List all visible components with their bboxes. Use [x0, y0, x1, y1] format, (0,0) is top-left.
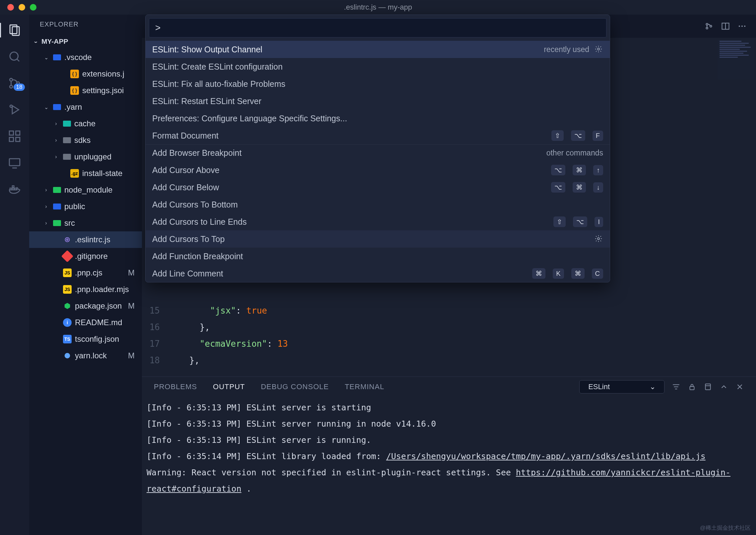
- tree-item-cache[interactable]: ›cache: [29, 115, 142, 132]
- file-icon: JS: [63, 285, 72, 294]
- window-title: .eslintrc.js — my-app: [0, 3, 756, 12]
- svg-rect-28: [690, 386, 694, 390]
- tab-debug-console[interactable]: DEBUG CONSOLE: [261, 383, 329, 391]
- watermark: @稀土掘金技术社区: [700, 524, 751, 532]
- source-control-icon[interactable]: 18: [8, 76, 22, 90]
- file-icon: [53, 54, 61, 60]
- gear-icon: [63, 235, 72, 244]
- tree-item-yarn.lock[interactable]: yarn.lockM: [29, 347, 142, 364]
- svg-point-3: [10, 78, 12, 81]
- gear-icon[interactable]: [595, 45, 603, 54]
- minimap[interactable]: [718, 40, 754, 80]
- tree-item-tsconfig.json[interactable]: TStsconfig.json: [29, 331, 142, 347]
- svg-rect-15: [12, 186, 14, 188]
- tree-item-README.md[interactable]: iREADME.md: [29, 314, 142, 331]
- command-item[interactable]: Add Cursors To Top: [146, 230, 610, 248]
- output-channel-select[interactable]: ESLint ⌄: [579, 380, 664, 393]
- svg-rect-7: [9, 131, 13, 135]
- command-item[interactable]: ESLint: Restart ESLint Server: [146, 92, 610, 110]
- tree-item-.pnp.loader.mjs[interactable]: JS.pnp.loader.mjs: [29, 281, 142, 298]
- svg-point-26: [598, 48, 599, 50]
- tree-item-label: .pnp.loader.mjs: [75, 285, 129, 294]
- clear-icon[interactable]: [704, 383, 712, 391]
- command-item[interactable]: Add Cursors to Line Ends⇧⌥I: [146, 213, 610, 230]
- command-item[interactable]: Preferences: Configure Language Specific…: [146, 110, 610, 127]
- tree-item-node_module[interactable]: ›node_module: [29, 182, 142, 198]
- tab-problems[interactable]: PROBLEMS: [154, 383, 197, 391]
- tree-item-.yarn[interactable]: ⌄.yarn: [29, 99, 142, 115]
- tree-item-label: sdks: [74, 136, 91, 145]
- command-palette-input[interactable]: >: [149, 18, 606, 37]
- tree-item-src[interactable]: ›src: [29, 215, 142, 231]
- command-meta: recently used: [544, 45, 589, 54]
- extensions-icon[interactable]: [8, 129, 22, 143]
- command-label: Add Cursors To Top: [152, 234, 225, 244]
- command-item[interactable]: ESLint: Show Output Channelrecently used: [146, 41, 610, 58]
- tree-item-.gitignore[interactable]: .gitignore: [29, 248, 142, 265]
- command-item[interactable]: Add Cursor Above⌥⌘↑: [146, 161, 610, 179]
- svg-point-17: [67, 239, 68, 241]
- chevron-down-icon: ⌄: [33, 39, 38, 44]
- command-item[interactable]: ESLint: Fix all auto-fixable Problems: [146, 75, 610, 92]
- tree-item-extensions.j[interactable]: { }extensions.j: [29, 66, 142, 82]
- keyboard-shortcut: ⌘: [532, 268, 545, 279]
- command-item[interactable]: Add Cursor Below⌥⌘↓: [146, 179, 610, 196]
- command-item[interactable]: Format Document⇧⌥F: [146, 127, 610, 144]
- file-tree: ⌄.vscode{ }extensions.j{ }settings.jsoi⌄…: [29, 49, 142, 535]
- line-number: 18: [142, 352, 160, 369]
- svg-rect-11: [9, 159, 20, 166]
- chevron-down-icon: ⌄: [650, 383, 656, 391]
- node-icon: [63, 302, 72, 310]
- tree-item-label: settings.jsoi: [82, 86, 124, 95]
- file-icon: [53, 187, 61, 193]
- output-line: [Info - 6:35:13 PM] ESLint server runnin…: [147, 416, 751, 432]
- command-item[interactable]: Add Cursors To Bottom: [146, 196, 610, 213]
- code-line[interactable]: },: [168, 352, 756, 369]
- tree-item-.vscode[interactable]: ⌄.vscode: [29, 49, 142, 66]
- tree-item-install-state[interactable]: .gzinstall-state: [29, 165, 142, 182]
- run-debug-icon[interactable]: [8, 103, 22, 117]
- code-line[interactable]: "jsx": true: [168, 302, 756, 319]
- tab-terminal[interactable]: TERMINAL: [345, 383, 384, 391]
- tree-item-.eslintrc.js[interactable]: .eslintrc.js: [29, 231, 142, 248]
- tab-output[interactable]: OUTPUT: [213, 383, 245, 391]
- file-icon: JS: [63, 268, 72, 277]
- editor-area: > ESLint: Show Output Channelrecently us…: [142, 15, 756, 535]
- command-item[interactable]: Add Browser Breakpointother commands: [146, 144, 610, 161]
- svg-rect-8: [9, 138, 13, 142]
- tree-item-settings.jsoi[interactable]: { }settings.jsoi: [29, 82, 142, 99]
- filter-icon[interactable]: [672, 383, 680, 391]
- workspace-section[interactable]: ⌄ MY-APP: [29, 34, 142, 49]
- tree-item-sdks[interactable]: ›sdks: [29, 132, 142, 149]
- command-item[interactable]: ESLint: Create ESLint configuration: [146, 58, 610, 75]
- keyboard-shortcut: ⌘: [571, 268, 585, 279]
- docker-icon[interactable]: [8, 182, 22, 196]
- output-line: [Info - 6:35:13 PM] ESLint server is run…: [147, 432, 751, 448]
- close-panel-icon[interactable]: [735, 383, 744, 391]
- command-item[interactable]: Add Function Breakpoint: [146, 248, 610, 265]
- chevron-icon: ›: [52, 121, 60, 127]
- gear-icon[interactable]: [595, 235, 603, 243]
- code-line[interactable]: "ecmaVersion": 13: [168, 335, 756, 352]
- search-icon[interactable]: [8, 50, 22, 64]
- keyboard-shortcut: ⌥: [551, 165, 565, 175]
- chevron-icon: ›: [52, 154, 60, 160]
- command-item[interactable]: Add Line Comment⌘K⌘C: [146, 265, 610, 282]
- tree-item-public[interactable]: ›public: [29, 198, 142, 215]
- code-line[interactable]: },: [168, 319, 756, 335]
- tree-item-unplugged[interactable]: ›unplugged: [29, 149, 142, 165]
- file-icon: [53, 204, 61, 209]
- tree-item-.pnp.cjs[interactable]: JS.pnp.cjsM: [29, 265, 142, 281]
- output-body[interactable]: [Info - 6:35:13 PM] ESLint server is sta…: [142, 397, 756, 535]
- remote-icon[interactable]: [8, 156, 22, 170]
- keyboard-shortcut: ↑: [593, 165, 603, 175]
- file-icon: [61, 250, 74, 263]
- chevron-up-icon[interactable]: [720, 383, 728, 391]
- explorer-icon[interactable]: [8, 23, 22, 37]
- command-meta: other commands: [546, 149, 603, 157]
- file-icon: [63, 154, 71, 160]
- tree-item-package.json[interactable]: package.jsonM: [29, 298, 142, 314]
- lock-icon[interactable]: [688, 383, 696, 391]
- keyboard-shortcut: K: [553, 268, 564, 279]
- command-label: Add Cursor Above: [152, 165, 220, 175]
